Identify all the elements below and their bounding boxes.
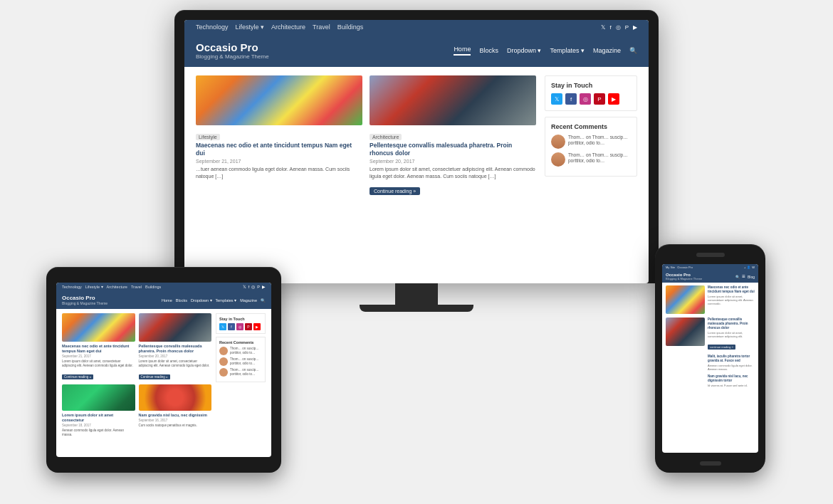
comment-1: Thom… on Thom… suscip… porttitor, odio t… <box>551 135 631 149</box>
t-instagram-icon: ◎ <box>251 285 255 289</box>
tablet-s-instagram[interactable]: ◎ <box>236 323 243 330</box>
stay-in-touch-widget: Stay in Touch 𝕏 f ◎ P ▶ <box>545 75 637 111</box>
t-nav-arch[interactable]: Architecture <box>107 285 127 289</box>
article-1-image <box>196 75 362 125</box>
tablet-article-1-text: Lorem ipsum dolor sit amet, consectetuer… <box>62 359 135 368</box>
p-user-icon: 👤 <box>747 266 750 269</box>
t-nav-home[interactable]: Home <box>162 298 172 303</box>
t-pinterest-icon: P <box>257 285 260 289</box>
p-blog-label: Blog <box>748 275 755 279</box>
read-more-button[interactable]: Continue reading » <box>370 187 420 195</box>
p-cust-icon: + <box>744 266 745 269</box>
p-search-icon[interactable]: 🔍 <box>735 275 740 279</box>
nav-buildings[interactable]: Buildings <box>337 23 364 31</box>
phone-read-more-2[interactable]: continue reading » <box>708 345 735 350</box>
tablet-read-more-2[interactable]: Continue reading » <box>139 374 170 379</box>
nav-dropdown[interactable]: Dropdown ▾ <box>507 47 542 54</box>
main-nav: Home Blocks Dropdown ▾ Templates ▾ Magaz… <box>454 46 637 56</box>
article-2-category: Architecture <box>370 134 402 140</box>
nav-technology[interactable]: Technology <box>196 23 229 31</box>
nav-architecture[interactable]: Architecture <box>271 23 305 31</box>
t-nav-travel[interactable]: Travel <box>131 285 142 289</box>
comment-2-text: Thom… on Thom… suscip… porttitor, odio t… <box>568 152 631 164</box>
search-icon[interactable]: 🔍 <box>629 47 637 54</box>
p-menu-icon[interactable]: ≡ <box>742 273 745 280</box>
article-1: Lifestyle Maecenas nec odio et ante tinc… <box>196 75 362 196</box>
tablet-comment-3-text: Thom… on suscip… porttitor, odio to… <box>230 368 262 377</box>
avatar-2 <box>551 152 565 167</box>
social-instagram[interactable]: ◎ <box>580 93 591 105</box>
article-1-date: September 21, 2017 <box>196 159 362 164</box>
tablet-avatar-2 <box>219 357 228 366</box>
tablet-article-grid-2: Lorem ipsum dolor sit amet consectetur S… <box>62 384 211 411</box>
t-nav-blocks[interactable]: Blocks <box>176 298 187 303</box>
nav-home[interactable]: Home <box>454 46 471 56</box>
tablet-sidebar: Stay in Touch 𝕏 f ◎ P ▶ Recent Comments <box>216 313 266 414</box>
p-nav-2: Occasio Pro <box>677 266 693 269</box>
phone-article-4-text: Id viverra at. Fusce sed ante id. <box>708 384 755 387</box>
instagram-icon[interactable]: ◎ <box>616 24 621 31</box>
nav-magazine[interactable]: Magazine <box>593 47 621 54</box>
article-1-title[interactable]: Maecenas nec odio et ante tincidunt temp… <box>196 142 362 157</box>
social-facebook[interactable]: f <box>565 93 577 105</box>
phone-screen: My Site Occasio Pro + 👤 W Occasio Pro Bl… <box>662 264 758 453</box>
tablet-s-pinterest[interactable]: P <box>245 323 252 330</box>
nav-travel[interactable]: Travel <box>313 23 330 31</box>
tablet-s-youtube[interactable]: ▶ <box>253 323 261 330</box>
article-2-title[interactable]: Pellentesque convallis malesuada pharetr… <box>370 142 536 157</box>
pinterest-icon[interactable]: P <box>625 24 629 31</box>
comments-title: Recent Comments <box>551 123 631 130</box>
t-nav-tech[interactable]: Technology <box>62 285 82 289</box>
tablet-topbar-nav: Technology Lifestyle ▾ Architecture Trav… <box>62 285 161 289</box>
tablet-comment-3: Thom… on suscip… porttitor, odio to… <box>219 368 262 377</box>
site-topbar: Technology Lifestyle ▾ Architecture Trav… <box>184 20 649 34</box>
main-content: Lifestyle Maecenas nec odio et ante tinc… <box>196 75 536 203</box>
phone-topbar-nav: My Site Occasio Pro <box>666 266 693 269</box>
nav-lifestyle[interactable]: Lifestyle ▾ <box>236 23 265 31</box>
nav-templates[interactable]: Templates ▾ <box>550 47 585 54</box>
t-nav-templates[interactable]: Templates ▾ <box>216 298 237 303</box>
t-nav-build[interactable]: Buildings <box>145 285 161 289</box>
tablet-s-facebook[interactable]: f <box>228 323 235 330</box>
tablet-article-4-text: Cum sociis natoque penatibus et magnis. <box>139 424 212 428</box>
phone-nav-icons: 🔍 ≡ Blog <box>735 273 755 280</box>
t-search-icon[interactable]: 🔍 <box>261 298 266 303</box>
tablet: Technology Lifestyle ▾ Architecture Trav… <box>46 267 281 473</box>
article-1-excerpt: …tuer aenean commodo ligula eget dolor. … <box>196 166 362 180</box>
twitter-icon[interactable]: 𝕏 <box>601 24 605 31</box>
tablet-avatar-1 <box>219 347 228 355</box>
youtube-icon[interactable]: ▶ <box>633 24 637 31</box>
tablet-article-4-img <box>139 384 212 411</box>
facebook-icon[interactable]: f <box>609 24 611 31</box>
recent-comments-widget: Recent Comments Thom… on Thom… suscip… p… <box>545 117 637 177</box>
tablet-read-more-1[interactable]: Continue reading » <box>62 374 93 379</box>
t-nav-life[interactable]: Lifestyle ▾ <box>85 285 103 289</box>
tablet-social-row: 𝕏 f ◎ P ▶ <box>219 323 262 330</box>
social-twitter[interactable]: 𝕏 <box>551 93 562 105</box>
avatar-1 <box>551 135 565 149</box>
phone: My Site Occasio Pro + 👤 W Occasio Pro Bl… <box>655 244 765 473</box>
phone-article-3-text: Aenean commodo ligula eget dolor. Aenean… <box>708 364 755 371</box>
nav-blocks[interactable]: Blocks <box>479 47 498 54</box>
t-nav-magazine[interactable]: Magazine <box>240 298 257 303</box>
phone-article-1-title: Maecenas nec odio et ante tincidunt temp… <box>708 285 755 294</box>
phone-article-2: Pellentesque convallis malesuada pharetr… <box>666 317 755 351</box>
logo-title: Occasio Pro <box>196 41 269 53</box>
social-youtube[interactable]: ▶ <box>608 93 619 105</box>
tablet-s-twitter[interactable]: 𝕏 <box>219 323 226 330</box>
phone-article-4-body: Nam gravida nisl lacu, nec dignissim tor… <box>708 374 755 387</box>
topbar-nav: Technology Lifestyle ▾ Architecture Trav… <box>196 23 363 31</box>
tablet-article-4-date: September 16, 2017 <box>139 419 212 422</box>
social-pinterest[interactable]: P <box>594 93 605 105</box>
phone-article-3: Malit, iaculis pharetra tortor gravida a… <box>666 355 755 371</box>
topbar-social-icons: 𝕏 f ◎ P ▶ <box>601 24 637 31</box>
article-2-excerpt: Lorem ipsum dolor sit amet, consectetuer… <box>370 166 536 180</box>
tablet-article-1-title: Maecenas nec odio et ante tincidunt temp… <box>62 344 135 354</box>
phone-article-2-title: Pellentesque convallis malesuada pharetr… <box>708 317 755 330</box>
phone-topbar: My Site Occasio Pro + 👤 W <box>662 264 758 271</box>
t-nav-dropdown[interactable]: Dropdown ▾ <box>191 298 212 303</box>
tablet-article-2-img <box>139 313 212 342</box>
tablet-comment-2-text: Thom… on suscip… porttitor, odio to… <box>230 357 262 366</box>
tablet-article-2-text: Lorem ipsum dolor sit amet, consectetuer… <box>139 359 212 368</box>
tablet-nav: Home Blocks Dropdown ▾ Templates ▾ Magaz… <box>162 298 266 303</box>
